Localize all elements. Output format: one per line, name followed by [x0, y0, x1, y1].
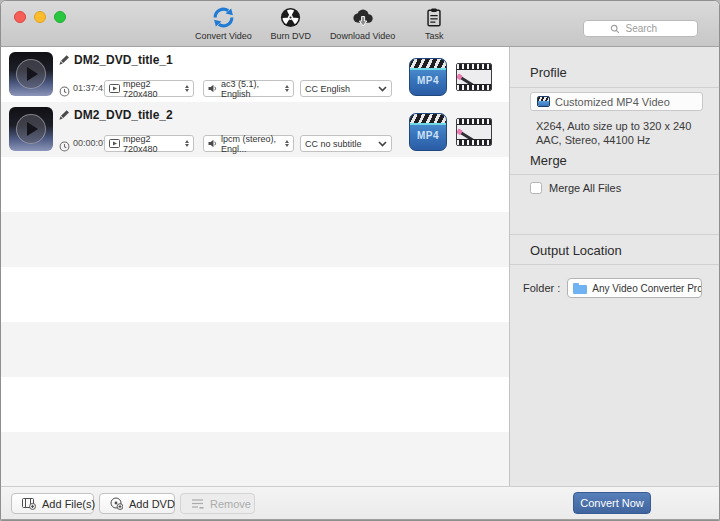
stepper-icon: [185, 140, 189, 147]
toolbar-item-label: Download Video: [330, 31, 395, 41]
empty-row: [1, 212, 509, 267]
close-window-button[interactable]: [14, 11, 26, 23]
clock-icon: [59, 83, 70, 101]
video-format-select[interactable]: mpeg2 720x480: [104, 135, 194, 152]
chevron-down-icon: [378, 84, 387, 94]
merge-checkbox-label: Merge All Files: [549, 182, 621, 194]
play-icon: [16, 114, 46, 144]
convert-sync-icon: [211, 5, 236, 30]
tab-download-video[interactable]: Download Video: [330, 5, 395, 41]
add-file-icon: [22, 497, 36, 510]
burn-disc-icon: [279, 5, 302, 30]
empty-row: [1, 432, 509, 487]
divider: [510, 174, 720, 175]
tab-convert-video[interactable]: Convert Video: [195, 5, 252, 41]
profile-detail-line: AAC, Stereo, 44100 Hz: [536, 133, 691, 147]
file-duration: 01:37:41: [73, 83, 108, 93]
output-location-heading: Output Location: [530, 243, 622, 258]
cloud-download-icon: [350, 5, 376, 30]
search-input[interactable]: [624, 22, 672, 35]
file-list: DM2_DVD_title_1 01:37:41 mpeg2 720x480: [1, 47, 509, 488]
output-format-icon[interactable]: MP4: [409, 58, 447, 96]
clapperboard-icon: [537, 96, 550, 107]
empty-row: [1, 322, 509, 377]
audio-track-value: lpcm (stereo), Engl...: [221, 134, 282, 154]
output-folder-row: Folder : Any Video Converter Pro: [523, 278, 702, 298]
rename-pencil-icon[interactable]: [57, 53, 70, 71]
merge-all-files-checkbox[interactable]: [530, 182, 542, 194]
bottom-bar: Add File(s) Add DVD: [1, 486, 719, 520]
speaker-icon: [208, 84, 218, 93]
file-row[interactable]: DM2_DVD_title_1 01:37:41 mpeg2 720x480: [1, 47, 509, 102]
search-field[interactable]: [583, 20, 698, 37]
profile-select[interactable]: Customized MP4 Video: [530, 92, 703, 111]
clapper-top: [410, 114, 446, 125]
remove-button[interactable]: Remove: [180, 493, 255, 514]
output-folder-select[interactable]: Any Video Converter Pro: [567, 278, 702, 298]
profile-select-value: Customized MP4 Video: [555, 96, 670, 108]
file-duration: 00:00:07: [73, 138, 108, 148]
audio-track-select[interactable]: lpcm (stereo), Engl...: [203, 135, 294, 152]
add-dvd-icon: [110, 497, 123, 510]
add-dvd-label: Add DVD: [129, 498, 175, 510]
divider: [510, 234, 720, 235]
audio-track-select[interactable]: ac3 (5.1), English: [203, 80, 294, 97]
video-thumbnail[interactable]: [9, 52, 53, 96]
tab-task[interactable]: Task: [413, 5, 455, 41]
video-format-select[interactable]: mpeg2 720x480: [104, 80, 194, 97]
rename-pencil-icon[interactable]: [57, 108, 70, 126]
profile-details: X264, Auto size up to 320 x 240 AAC, Ste…: [536, 119, 691, 147]
output-format-badge: MP4: [410, 130, 446, 141]
stepper-icon: [285, 140, 289, 147]
play-icon: [16, 59, 46, 89]
folder-label: Folder :: [523, 282, 560, 294]
search-icon: [610, 24, 620, 34]
app-window: Convert Video Burn DVD: [0, 0, 720, 521]
tab-burn-dvd[interactable]: Burn DVD: [270, 5, 312, 41]
convert-now-button[interactable]: Convert Now: [573, 492, 651, 514]
chevron-down-icon: [378, 139, 387, 149]
profile-detail-line: X264, Auto size up to 320 x 240: [536, 119, 691, 133]
video-format-value: mpeg2 720x480: [123, 79, 182, 99]
stepper-icon: [285, 85, 289, 92]
output-format-icon[interactable]: MP4: [409, 113, 447, 151]
stepper-icon: [185, 85, 189, 92]
convert-now-label: Convert Now: [580, 497, 644, 509]
toolbar: Convert Video Burn DVD: [195, 5, 455, 41]
toolbar-item-label: Convert Video: [195, 31, 252, 41]
subtitle-value: CC English: [305, 84, 350, 94]
window-controls: [14, 11, 66, 23]
output-format-badge: MP4: [410, 75, 446, 86]
minimize-window-button[interactable]: [34, 11, 46, 23]
clock-icon: [59, 138, 70, 156]
titlebar: Convert Video Burn DVD: [1, 1, 719, 47]
subtitle-select[interactable]: CC no subtitle: [300, 135, 392, 152]
profile-heading: Profile: [530, 65, 567, 80]
edit-video-icon[interactable]: [456, 118, 492, 146]
audio-track-value: ac3 (5.1), English: [221, 79, 282, 99]
divider: [510, 264, 720, 265]
merge-heading: Merge: [530, 153, 567, 168]
add-files-label: Add File(s): [42, 498, 95, 510]
add-files-button[interactable]: Add File(s): [11, 493, 94, 514]
remove-list-icon: [191, 498, 204, 510]
empty-row: [1, 157, 509, 212]
file-row[interactable]: DM2_DVD_title_2 00:00:07 mpeg2 720x480: [1, 102, 509, 157]
merge-all-files-option: Merge All Files: [530, 182, 621, 194]
subtitle-select[interactable]: CC English: [300, 80, 392, 97]
toolbar-item-label: Task: [425, 31, 444, 41]
toolbar-item-label: Burn DVD: [271, 31, 312, 41]
video-thumbnail[interactable]: [9, 107, 53, 151]
remove-label: Remove: [210, 498, 251, 510]
file-title: DM2_DVD_title_2: [74, 108, 173, 122]
file-title: DM2_DVD_title_1: [74, 53, 173, 67]
subtitle-value: CC no subtitle: [305, 139, 362, 149]
add-dvd-button[interactable]: Add DVD: [99, 493, 175, 514]
divider: [510, 87, 720, 88]
video-track-icon: [109, 84, 120, 93]
empty-row: [1, 267, 509, 322]
zoom-window-button[interactable]: [54, 11, 66, 23]
edit-video-icon[interactable]: [456, 63, 492, 91]
settings-sidebar: Profile Customized MP4 Video X264, Auto …: [509, 47, 720, 488]
empty-row: [1, 377, 509, 432]
